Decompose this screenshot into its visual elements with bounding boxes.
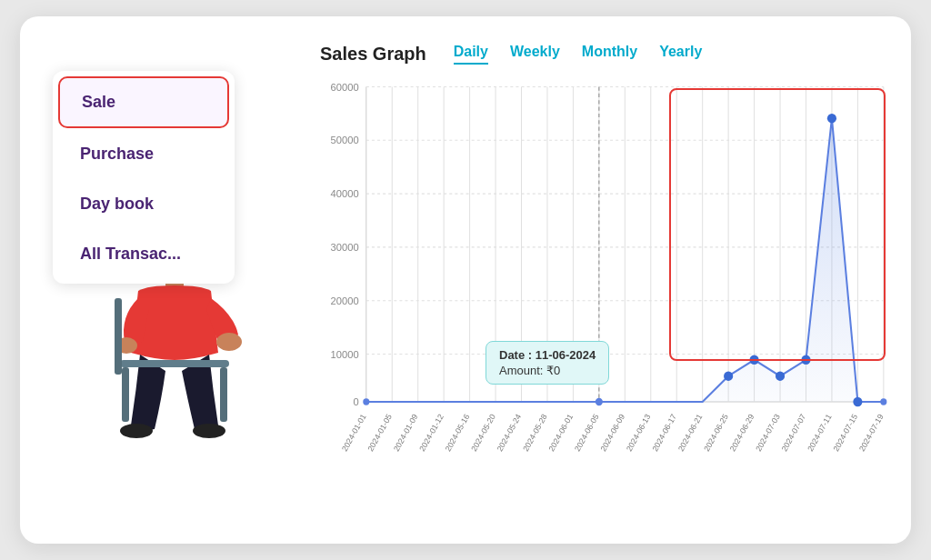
svg-text:10000: 10000 <box>331 349 359 360</box>
chart-svg: 60000 50000 40000 30000 20000 10000 0 <box>320 77 893 459</box>
svg-point-57 <box>596 398 603 405</box>
svg-text:2024-06-25: 2024-06-25 <box>702 413 730 454</box>
svg-text:2024-05-20: 2024-05-20 <box>469 413 497 454</box>
svg-text:2024-06-17: 2024-06-17 <box>650 413 678 454</box>
svg-rect-9 <box>122 367 129 422</box>
svg-text:2024-07-11: 2024-07-11 <box>806 413 834 454</box>
svg-text:2024-05-16: 2024-05-16 <box>444 413 472 454</box>
svg-text:2024-01-05: 2024-01-05 <box>365 413 394 454</box>
svg-text:30000: 30000 <box>331 242 359 253</box>
svg-text:2024-01-01: 2024-01-01 <box>340 413 368 454</box>
svg-text:40000: 40000 <box>331 188 359 199</box>
svg-text:60000: 60000 <box>331 82 359 93</box>
svg-point-54 <box>853 397 862 407</box>
svg-text:2024-05-24: 2024-05-24 <box>496 413 524 454</box>
svg-text:2024-06-13: 2024-06-13 <box>625 413 653 454</box>
svg-point-55 <box>880 398 886 405</box>
svg-text:20000: 20000 <box>331 295 359 306</box>
svg-point-49 <box>724 371 733 381</box>
main-card: Sale Purchase Day book All Transac... <box>20 16 911 544</box>
svg-text:2024-06-29: 2024-06-29 <box>728 413 756 454</box>
menu-item-purchase[interactable]: Purchase <box>58 130 229 178</box>
svg-point-48 <box>363 398 369 405</box>
svg-point-50 <box>750 355 759 365</box>
svg-text:0: 0 <box>353 396 358 407</box>
tooltip-date: Date : 11-06-2024 <box>499 348 596 362</box>
sidebar-menu: Sale Purchase Day book All Transac... <box>53 71 235 284</box>
svg-text:2024-07-19: 2024-07-19 <box>857 413 886 454</box>
svg-text:2024-06-21: 2024-06-21 <box>676 413 705 454</box>
svg-text:2024-07-15: 2024-07-15 <box>832 413 860 454</box>
chart-panel: Sales Graph Daily Weekly Monthly Yearly <box>320 44 893 525</box>
menu-item-daybook[interactable]: Day book <box>58 180 229 228</box>
tooltip-amount: Amount: ₹0 <box>499 364 596 377</box>
svg-text:2024-07-07: 2024-07-07 <box>780 413 808 454</box>
svg-point-52 <box>801 355 810 365</box>
svg-text:2024-06-05: 2024-06-05 <box>573 413 601 454</box>
svg-text:2024-01-09: 2024-01-09 <box>392 413 420 454</box>
svg-point-7 <box>193 424 225 438</box>
tab-daily[interactable]: Daily <box>454 44 488 65</box>
tab-yearly[interactable]: Yearly <box>659 44 702 65</box>
svg-text:2024-05-28: 2024-05-28 <box>521 413 549 454</box>
chart-header: Sales Graph Daily Weekly Monthly Yearly <box>320 44 893 65</box>
svg-text:2024-01-12: 2024-01-12 <box>417 413 445 454</box>
svg-rect-11 <box>115 298 122 375</box>
chart-area: 60000 50000 40000 30000 20000 10000 0 <box>320 77 893 495</box>
svg-rect-8 <box>120 360 229 367</box>
svg-text:2024-06-01: 2024-06-01 <box>547 413 576 454</box>
svg-text:50000: 50000 <box>331 135 359 145</box>
chart-tabs: Daily Weekly Monthly Yearly <box>454 44 703 65</box>
chart-tooltip: Date : 11-06-2024 Amount: ₹0 <box>486 341 609 385</box>
tab-weekly[interactable]: Weekly <box>510 44 560 65</box>
svg-point-5 <box>216 333 242 351</box>
tab-monthly[interactable]: Monthly <box>582 44 637 65</box>
menu-item-alltransac[interactable]: All Transac... <box>58 230 229 278</box>
svg-point-6 <box>120 424 153 438</box>
chart-title: Sales Graph <box>320 44 426 65</box>
svg-point-51 <box>776 371 785 381</box>
menu-item-sale[interactable]: Sale <box>58 76 229 128</box>
svg-text:2024-07-03: 2024-07-03 <box>754 413 782 454</box>
svg-text:2024-06-09: 2024-06-09 <box>598 413 626 454</box>
svg-rect-10 <box>220 367 227 422</box>
svg-point-53 <box>827 114 836 123</box>
